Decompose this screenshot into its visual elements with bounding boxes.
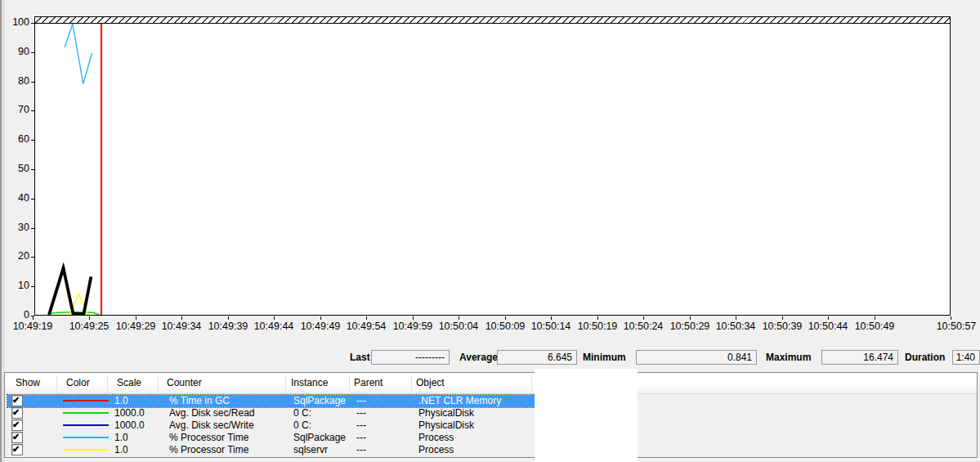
x-axis-tick [643, 316, 644, 320]
legend-cell-parent: --- [356, 396, 366, 406]
x-axis-tick [274, 316, 275, 320]
column-header-show[interactable]: Show [16, 377, 40, 388]
series-lines [35, 24, 950, 315]
legend-row[interactable]: ✔1000.0Avg. Disk sec/Read0 C:---Physical… [7, 407, 535, 419]
legend-cell-scale: 1.0 [114, 445, 128, 455]
show-checkbox[interactable]: ✔ [11, 444, 23, 455]
x-axis-tick [366, 316, 367, 320]
stat-value-average: 6.645 [497, 350, 577, 365]
x-axis-tick [736, 316, 736, 320]
show-checkbox[interactable]: ✔ [11, 419, 23, 431]
stat-label-last: Last [350, 352, 370, 363]
legend-cell-parent: --- [356, 445, 366, 455]
x-axis-label: 10:49:19 [4, 321, 61, 332]
x-axis-tick [951, 316, 951, 320]
x-axis-tick [181, 316, 182, 320]
series-line [49, 268, 91, 315]
column-header-instance[interactable]: Instance [291, 377, 328, 388]
stat-value-minimum: 0.841 [636, 350, 757, 365]
show-checkbox[interactable]: ✔ [11, 407, 23, 419]
column-separator [107, 375, 108, 391]
color-swatch [63, 400, 109, 401]
column-header-counter[interactable]: Counter [167, 377, 202, 388]
legend-row[interactable]: ✔1.0% Processor Timesqlservr---Process [7, 444, 535, 456]
x-axis-tick [828, 316, 829, 320]
column-header-scale[interactable]: Scale [117, 377, 141, 388]
column-header-parent[interactable]: Parent [354, 377, 383, 388]
legend-row[interactable]: ✔1.0% Time in GCSqlPackage---.NET CLR Me… [7, 395, 535, 407]
series-line [65, 24, 92, 83]
color-swatch [63, 437, 109, 438]
legend-row[interactable]: ✔1000.0Avg. Disk sec/Write0 C:---Physica… [7, 419, 535, 432]
stat-label-minimum: Minimum [583, 352, 626, 363]
color-swatch [63, 412, 109, 414]
x-axis-label: 10:50:49 [846, 321, 903, 332]
legend-cell-scale: 1000.0 [114, 408, 145, 419]
x-axis-tick [505, 316, 506, 320]
x-axis-tick [551, 316, 552, 320]
checkmark-icon: ✔ [12, 443, 20, 455]
column-separator [411, 375, 412, 391]
stats-bar: Last---------Average6.645Minimum0.841Max… [0, 349, 980, 367]
legend-cell-object: PhysicalDisk [418, 408, 474, 419]
x-axis-tick [782, 316, 783, 320]
unpainted-region [535, 369, 638, 462]
x-axis-tick [33, 316, 34, 320]
column-separator [285, 375, 286, 391]
stat-value-maximum: 16.474 [821, 350, 898, 365]
y-axis-label: 50 [0, 163, 29, 175]
x-axis-tick [597, 316, 598, 320]
legend-cell-counter: % Time in GC [169, 396, 230, 406]
x-axis-tick [459, 316, 459, 320]
legend-cell-instance: SqlPackage [293, 396, 346, 406]
legend-rows: ✔1.0% Time in GCSqlPackage---.NET CLR Me… [5, 395, 977, 457]
legend-cell-instance: 0 C: [293, 408, 311, 419]
legend-cell-parent: --- [356, 420, 366, 431]
stat-label-maximum: Maximum [766, 352, 811, 363]
x-axis-tick [89, 316, 90, 320]
column-separator [349, 375, 350, 391]
y-axis-label: 0 [0, 309, 29, 321]
checkmark-icon: ✔ [12, 419, 20, 430]
x-axis-tick [320, 316, 321, 320]
stat-value-duration: 1:40 [952, 350, 980, 365]
column-header-object[interactable]: Object [416, 377, 445, 388]
x-axis-tick [413, 316, 414, 320]
legend-cell-instance: sqlservr [293, 445, 328, 455]
x-axis-label: 10:50:57 [928, 321, 980, 332]
legend-cell-object: .NET CLR Memory [418, 396, 501, 406]
legend-cell-scale: 1.0 [114, 433, 128, 443]
stat-label-average: Average [459, 352, 498, 363]
legend-cell-parent: --- [356, 408, 366, 419]
y-axis-label: 40 [0, 192, 29, 204]
legend-cell-counter: Avg. Disk sec/Read [169, 408, 255, 419]
checkmark-icon: ✔ [12, 406, 20, 418]
color-swatch [63, 449, 109, 451]
checkmark-icon: ✔ [12, 394, 20, 406]
color-swatch [63, 424, 109, 426]
stat-value-last: --------- [371, 350, 450, 365]
legend-cell-counter: Avg. Disk sec/Write [169, 420, 254, 431]
column-separator [531, 375, 532, 391]
y-axis-label: 100 [0, 16, 29, 29]
y-axis-label: 10 [0, 280, 29, 292]
y-axis-label: 30 [0, 222, 29, 234]
performance-graph: 1009080706050403020100 10:49:1910:49:251… [0, 0, 980, 343]
column-separator [158, 375, 159, 391]
column-separator [56, 375, 57, 391]
stat-label-duration: Duration [905, 352, 945, 363]
legend-cell-scale: 1000.0 [114, 420, 145, 431]
y-axis-label: 80 [0, 75, 29, 87]
checkmark-icon: ✔ [12, 431, 20, 442]
legend-header-row: ShowColorScaleCounterInstanceParentObjec… [5, 373, 977, 394]
show-checkbox[interactable]: ✔ [11, 395, 23, 406]
current-time-marker [101, 24, 102, 315]
show-checkbox[interactable]: ✔ [11, 432, 23, 443]
x-axis-tick [136, 316, 136, 320]
legend-cell-object: PhysicalDisk [418, 420, 474, 431]
legend-row[interactable]: ✔1.0% Processor TimeSqlPackage---Process [7, 432, 535, 444]
legend-cell-object: Process [418, 433, 454, 443]
top-hatch-band [35, 17, 950, 24]
y-axis-label: 60 [0, 133, 29, 146]
column-header-color[interactable]: Color [66, 377, 90, 388]
